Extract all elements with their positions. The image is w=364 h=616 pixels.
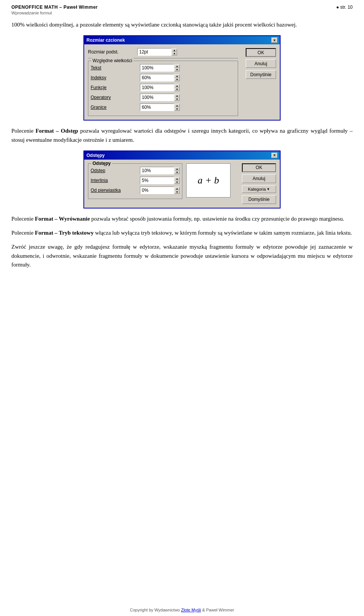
input-odstep[interactable]: 10% [140, 167, 174, 174]
row-funkcje: Funkcje 100% ▲ ▼ [91, 84, 235, 91]
intro-paragraph: 100% wielkości domyślnej, a pozostałe el… [11, 20, 353, 29]
dialog-rozmiar: Rozmiar czcionek × Rozmiar podst. 12pt ▲ [83, 35, 281, 121]
label-granice: Granice [91, 105, 140, 110]
dialog1-close-button[interactable]: × [271, 38, 278, 43]
spinner-interlinia[interactable]: ▲ ▼ [174, 177, 180, 184]
domyslnie-button[interactable]: Domyślnie [246, 70, 276, 79]
footer-text-before: Copyright by Wydawnictwo [130, 608, 181, 612]
paragraph3: Polecenie Format – Wyrównanie pozwala wy… [11, 215, 353, 223]
label-interlinia: Interlinia [91, 178, 140, 183]
label-tekst: Tekst [91, 65, 140, 71]
dialog2-title: Odstępy [86, 153, 105, 158]
spinner-indeksy[interactable]: ▲ ▼ [174, 74, 180, 81]
input-tekst[interactable]: 100% [140, 64, 174, 72]
spinner-tekst[interactable]: ▲ ▼ [174, 64, 180, 71]
spinner-operatory[interactable]: ▲ ▼ [174, 94, 180, 101]
domyslnie-button2[interactable]: Domyślnie [242, 195, 276, 204]
spinner-down[interactable]: ▼ [172, 52, 177, 55]
spinner-up[interactable]: ▲ [172, 49, 177, 52]
spinner-funkcje[interactable]: ▲ ▼ [174, 84, 180, 91]
ok-button2[interactable]: OK [242, 163, 276, 172]
spinner-down[interactable]: ▼ [174, 68, 180, 71]
spinner-down[interactable]: ▼ [174, 78, 180, 81]
input-indeksy[interactable]: 60% [140, 74, 174, 82]
row-odstep: Odstęp 10% ▲ ▼ [91, 167, 180, 174]
page-header: OPENOFFICE MATH – Paweł Wimmer Wprowadza… [0, 0, 364, 17]
spinner-pierwiastek[interactable]: ▲ ▼ [174, 187, 180, 194]
dialog1-main-area: Rozmiar podst. 12pt ▲ ▼ [88, 48, 276, 116]
paragraph5: Zwróć jeszcze uwagę, że gdy redagujesz f… [11, 243, 353, 269]
rozmiar-podst-input[interactable]: 12pt [137, 48, 171, 56]
spinner-granice[interactable]: ▲ ▼ [174, 104, 180, 111]
spinner-up[interactable]: ▲ [174, 167, 180, 171]
formula-text: a + b [198, 175, 219, 186]
input-interlinia[interactable]: 5% [140, 177, 174, 184]
spinner-up[interactable]: ▲ [174, 64, 180, 68]
dialog-odstepy: Odstępy × Odstępy Odstęp 10% [83, 150, 281, 208]
dialog1-form-area: Rozmiar podst. 12pt ▲ ▼ [88, 48, 238, 116]
label-odstep: Odstęp [91, 168, 140, 173]
rozmiar-podst-label: Rozmiar podst. [88, 49, 137, 55]
rozmiar-podst-spinner[interactable]: ▲ ▼ [172, 49, 177, 55]
dialog2-main-area: Odstępy Odstęp 10% ▲ ▼ [88, 163, 276, 204]
input-funkcje[interactable]: 100% [140, 84, 174, 91]
anuluj-button2[interactable]: Anuluj [242, 174, 276, 183]
ok-button[interactable]: OK [246, 48, 276, 57]
spinner-odstep[interactable]: ▲ ▼ [174, 167, 180, 174]
dialog1-body: Rozmiar podst. 12pt ▲ ▼ [84, 44, 280, 120]
header-title: OPENOFFICE MATH – Paweł Wimmer [11, 5, 98, 10]
paragraph4-part1: Polecenie [11, 230, 35, 236]
spinner-up[interactable]: ▲ [174, 94, 180, 97]
dialog2-buttons: OK Anuluj Kategoria ▼ Domyślnie [242, 163, 276, 204]
spinner-up[interactable]: ▲ [174, 84, 180, 88]
paragraph3-part3: pozwala wybrać sposób justowania formuły… [90, 216, 344, 222]
input-operatory[interactable]: 100% [140, 94, 174, 101]
spinner-down[interactable]: ▼ [174, 190, 180, 194]
relative-group-title: Względne wielkości [91, 58, 133, 63]
anuluj-button[interactable]: Anuluj [246, 59, 276, 68]
paragraph4: Polecenie Format – Tryb tekstowy włącza … [11, 229, 353, 237]
row-indeksy: Indeksy 60% ▲ ▼ [91, 74, 235, 82]
spinner-up[interactable]: ▲ [174, 177, 180, 180]
paragraph2-part1: Polecenie [11, 128, 36, 134]
label-operatory: Operatory [91, 95, 140, 100]
rozmiar-podst-row: Rozmiar podst. 12pt ▲ ▼ [88, 48, 238, 56]
paragraph3-bold: Format – Wyrównanie [35, 216, 90, 222]
paragraph4-bold: Format – Tryb tekstowy [35, 230, 94, 236]
label-pierwiastek: Od pierwiastka [91, 188, 140, 193]
spinner-up[interactable]: ▲ [174, 104, 180, 107]
header-subtitle: Wprowadzanie formuł [11, 11, 98, 15]
spinner-up[interactable]: ▲ [174, 187, 180, 190]
footer-link[interactable]: Złote Myśli [181, 608, 201, 612]
kategoria-dropdown[interactable]: Kategoria ▼ [242, 185, 276, 193]
paragraph2: Polecenie Format – Odstęp pozwala wyregu… [11, 127, 353, 144]
row-pierwiastek: Od pierwiastka 0% ▲ ▼ [91, 187, 180, 194]
dialog2-wrapper: Odstępy × Odstępy Odstęp 10% [11, 150, 353, 208]
paragraph4-part3: włącza lub wyłącza tryb tekstowy, w któr… [94, 230, 352, 236]
dropdown-arrow-icon: ▼ [267, 187, 270, 191]
input-granice[interactable]: 60% [140, 103, 174, 111]
row-tekst: Tekst 100% ▲ ▼ [91, 64, 235, 72]
spinner-down[interactable]: ▼ [174, 107, 180, 111]
main-content: 100% wielkości domyślnej, a pozostałe el… [0, 17, 364, 282]
footer-text-after: & Paweł Wimmer [201, 608, 234, 612]
label-indeksy: Indeksy [91, 75, 140, 80]
spinner-down[interactable]: ▼ [174, 180, 180, 184]
paragraph3-part1: Polecenie [11, 216, 35, 222]
spinner-down[interactable]: ▼ [174, 88, 180, 91]
spinner-up[interactable]: ▲ [174, 74, 180, 78]
dialog2-body: Odstępy Odstęp 10% ▲ ▼ [84, 160, 280, 208]
dialog1-wrapper: Rozmiar czcionek × Rozmiar podst. 12pt ▲ [11, 35, 353, 121]
spinner-down[interactable]: ▼ [174, 97, 180, 101]
relative-sizes-group: Względne wielkości Tekst 100% ▲ ▼ [88, 61, 238, 116]
paragraph2-bold: Format – Odstęp [36, 128, 78, 134]
dialog2-close-button[interactable]: × [271, 153, 278, 158]
odstepy-group: Odstępy Odstęp 10% ▲ ▼ [88, 163, 182, 199]
dialog1-buttons: OK Anuluj Domyślnie [246, 48, 276, 79]
bullet-icon: ● [336, 5, 340, 10]
dialog1-titlebar: Rozmiar czcionek × [84, 36, 280, 44]
input-pierwiastek[interactable]: 0% [140, 187, 174, 194]
spinner-down[interactable]: ▼ [174, 171, 180, 174]
row-interlinia: Interlinia 5% ▲ ▼ [91, 177, 180, 184]
row-operatory: Operatory 100% ▲ ▼ [91, 94, 235, 101]
